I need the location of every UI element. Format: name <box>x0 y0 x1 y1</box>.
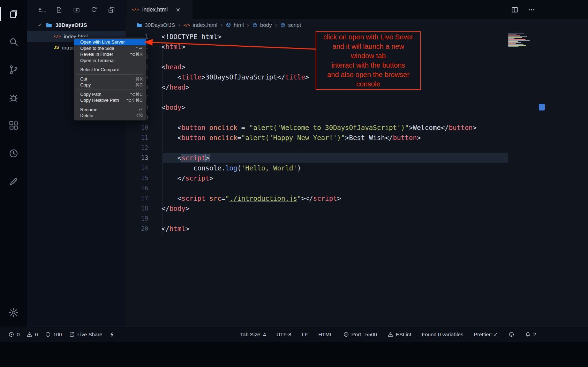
menu-item-cut[interactable]: Cut⌘X <box>74 76 146 82</box>
symbol-cube-icon <box>280 22 286 28</box>
line-number: 16 <box>126 183 148 193</box>
breadcrumb-item-script[interactable]: script <box>280 22 301 28</box>
menu-item-copy[interactable]: Copy⌘C <box>74 82 146 88</box>
tab-index-html[interactable]: </> index.html × <box>126 0 193 19</box>
source-control-icon[interactable] <box>0 56 27 84</box>
menu-divider <box>77 105 143 105</box>
status-variables[interactable]: Found 0 variables <box>422 331 463 337</box>
collapse-folders-icon[interactable] <box>108 6 115 14</box>
js-file-icon: JS <box>54 45 59 50</box>
editor-actions <box>511 0 535 19</box>
menu-item-copy-path[interactable]: Copy Path⌥⌘C <box>74 91 146 98</box>
tab-bar: </> index.html × <box>126 0 588 19</box>
status-feedback-smiley[interactable] <box>508 331 514 337</box>
status-info-count[interactable]: 100 <box>45 331 62 337</box>
status-label: 2 <box>533 331 536 337</box>
code-line-17: 17 <script src="./introduction.js"></scr… <box>126 193 588 204</box>
menu-item-open-with-live-server[interactable]: Open with Live Server <box>74 39 146 45</box>
folder-row-30daysofjs[interactable]: 30DaysOfJS <box>27 20 126 31</box>
menu-item-shortcut: ⌥⌘C <box>130 92 143 97</box>
more-actions-icon[interactable] <box>528 6 535 14</box>
annotation-line: click on open with Live Sever <box>316 32 420 42</box>
warn-icon <box>387 331 393 337</box>
breadcrumb-item-index-html[interactable]: </>index.html <box>183 22 218 28</box>
breadcrumb-separator: › <box>178 22 180 29</box>
line-content: <button onclick = "alert('Welcome to 30D… <box>161 123 477 133</box>
status-label: Tab Size: 4 <box>240 331 266 337</box>
status-live-server-port[interactable]: Port : 5500 <box>343 331 377 337</box>
code-line-18: 18</body> <box>126 204 588 214</box>
status-tab-size[interactable]: Tab Size: 4 <box>240 331 266 337</box>
code-file-icon: </> <box>183 23 190 28</box>
code-line-16: 16 <box>126 183 588 193</box>
menu-item-shortcut: ⌘X <box>135 76 143 82</box>
line-content: </head> <box>161 82 189 92</box>
status-warnings[interactable]: 0 <box>27 331 38 337</box>
menu-item-open-to-the-side[interactable]: Open to the Side⌃↵ <box>74 45 146 52</box>
vscode-window: E… 30DaysOfJS </>index.htmlJSintroductio… <box>0 0 588 367</box>
breadcrumb-item-body[interactable]: body <box>252 22 272 28</box>
status-errors[interactable]: 0 <box>8 331 20 337</box>
breadcrumb-item-html[interactable]: html <box>226 22 244 28</box>
status-notifications-bell[interactable]: 2 <box>525 331 536 337</box>
folder-icon <box>136 22 142 28</box>
status-bar-right: Tab Size: 4UTF-8LFHTMLPort : 5500ESLintF… <box>240 331 588 338</box>
status-bar: 00100Live Share Tab Size: 4UTF-8LFHTMLPo… <box>0 327 588 342</box>
info-icon <box>45 331 51 337</box>
annotation-line: interact with the buttons <box>316 61 420 70</box>
close-tab-icon[interactable]: × <box>176 6 180 13</box>
menu-item-copy-relative-path[interactable]: Copy Relative Path⌥⇧⌘C <box>74 97 146 104</box>
search-icon[interactable] <box>0 28 27 56</box>
menu-item-open-in-terminal[interactable]: Open in Terminal <box>74 58 146 64</box>
status-encoding[interactable]: UTF-8 <box>277 331 292 337</box>
menu-item-label: Rename <box>80 107 97 112</box>
pen-hand-icon[interactable] <box>0 167 27 195</box>
breadcrumb-item-30daysofjs[interactable]: 30DaysOfJS <box>136 22 175 28</box>
debug-icon[interactable] <box>0 84 27 112</box>
code-line-12: 12 <box>126 143 588 153</box>
bolt-icon <box>109 331 115 337</box>
annotation-line: console <box>316 79 420 89</box>
breadcrumb-separator: › <box>247 22 249 29</box>
code-line-15: 15 </script> <box>126 173 588 183</box>
status-quick-action-bolt[interactable] <box>109 331 115 337</box>
breadcrumb-separator: › <box>275 22 277 29</box>
status-prettier[interactable]: Prettier: ✓ <box>474 331 498 338</box>
menu-item-delete[interactable]: Delete⌫ <box>74 113 146 119</box>
status-language-mode[interactable]: HTML <box>318 331 333 337</box>
code-line-13: 13 <script> <box>126 153 588 163</box>
code-line-7: 7 <box>126 92 588 102</box>
explorer-icon[interactable] <box>0 0 27 28</box>
menu-item-reveal-in-finder[interactable]: Reveal in Finder⌥⌘R <box>74 51 146 58</box>
clock-circle-icon[interactable] <box>0 139 27 167</box>
settings-gear-icon[interactable] <box>0 299 27 327</box>
warn-icon <box>27 331 32 337</box>
chevron-down-icon <box>37 22 42 28</box>
sidebar-title: E… <box>38 7 47 13</box>
menu-item-rename[interactable]: Rename↵ <box>74 107 146 113</box>
line-number: 15 <box>126 173 148 183</box>
line-number: 20 <box>126 224 148 234</box>
menu-item-shortcut: ⌥⌘R <box>130 52 143 57</box>
menu-item-shortcut: ↵ <box>139 107 143 112</box>
sidebar-actions <box>55 6 115 14</box>
split-editor-icon[interactable] <box>511 6 519 14</box>
extensions-icon[interactable] <box>0 112 27 139</box>
refresh-explorer-icon[interactable] <box>90 6 98 14</box>
status-label: 0 <box>35 331 38 337</box>
code-line-10: 10 <button onclick = "alert('Welcome to … <box>126 123 588 133</box>
annotation-line: and it will launch a new <box>316 42 420 51</box>
scrollbar-marker[interactable] <box>539 104 545 110</box>
menu-item-label: Copy Relative Path <box>80 98 119 103</box>
line-content: </html> <box>161 224 189 234</box>
code-line-19: 19 <box>126 214 588 224</box>
new-folder-icon[interactable] <box>73 6 80 14</box>
status-live-share[interactable]: Live Share <box>69 331 103 337</box>
new-file-icon[interactable] <box>55 6 63 14</box>
menu-item-select-for-compare[interactable]: Select for Compare <box>74 67 146 73</box>
status-eol[interactable]: LF <box>302 331 308 337</box>
context-menu: Open with Live ServerOpen to the Side⌃↵R… <box>74 37 146 121</box>
minimap[interactable] <box>508 33 539 47</box>
status-label: LF <box>302 331 308 337</box>
status-eslint[interactable]: ESLint <box>387 331 411 337</box>
